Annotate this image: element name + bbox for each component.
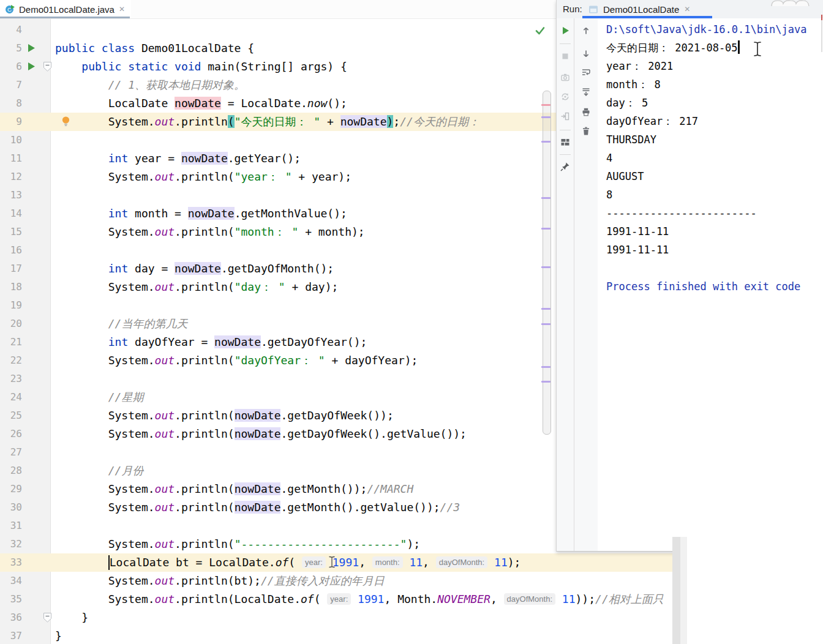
run-console-output[interactable]: D:\soft\Java\jdk-16.0.1\bin\java今天的日期： 2… (598, 18, 823, 551)
fold-marker-icon[interactable] (43, 612, 52, 625)
line-number[interactable]: 25 (0, 406, 22, 425)
clear-all-button[interactable] (581, 126, 591, 136)
line-number[interactable]: 31 (0, 517, 22, 535)
line-number[interactable]: 32 (0, 535, 22, 553)
line-number[interactable]: 35 (0, 590, 22, 608)
pin-icon (560, 162, 570, 171)
restore-layout-icon (560, 137, 570, 147)
error-stripe-mark[interactable] (541, 228, 551, 230)
clear-all-icon (581, 126, 591, 136)
error-stripe-mark[interactable] (541, 116, 551, 118)
console-line: 1991-11-11 (606, 241, 823, 259)
line-number[interactable]: 19 (0, 296, 22, 315)
code-text: System.out.println("--------------------… (55, 535, 420, 553)
toolbar-divider (560, 154, 571, 155)
line-number[interactable]: 8 (0, 94, 22, 113)
console-icon (588, 5, 598, 14)
error-stripe-mark[interactable] (541, 381, 551, 383)
console-line: ------------------------ (606, 204, 823, 222)
screenshot-icon (560, 72, 570, 82)
soft-wrap-button[interactable] (581, 67, 591, 77)
stop-icon (560, 51, 570, 61)
line-number[interactable]: 21 (0, 333, 22, 351)
down-stack-button[interactable] (581, 49, 591, 59)
error-stripe-mark[interactable] (541, 266, 551, 268)
up-stack-button[interactable] (581, 26, 591, 36)
code-text: System.out.println("day： " + day); (55, 278, 338, 296)
restart-debug-icon (560, 92, 570, 102)
code-text: System.out.println(LocalDate.of( year: 1… (55, 590, 664, 608)
line-number[interactable]: 30 (0, 498, 22, 517)
line-number[interactable]: 28 (0, 462, 22, 480)
screen-edge-artifact (821, 20, 822, 52)
line-number[interactable]: 4 (0, 21, 22, 39)
line-number[interactable]: 20 (0, 315, 22, 333)
stop-button[interactable] (560, 51, 570, 61)
error-stripe-mark[interactable] (541, 323, 551, 325)
line-number[interactable]: 6 (0, 58, 22, 76)
run-gutter-icon[interactable] (27, 43, 36, 55)
java-class-icon: C (5, 4, 15, 14)
line-number[interactable]: 34 (0, 572, 22, 590)
line-number[interactable]: 33 (0, 553, 22, 572)
print-button[interactable] (581, 107, 591, 117)
restart-debug-button[interactable] (560, 92, 570, 102)
code-text: //星期 (55, 388, 143, 406)
scroll-end-icon (581, 87, 591, 97)
line-number[interactable]: 7 (0, 76, 22, 94)
pin-button[interactable] (560, 162, 570, 171)
error-stripe-mark[interactable] (541, 366, 551, 368)
code-text: public class Demo01LocalDate { (55, 39, 254, 58)
run-tab-title: Demo01LocalDate (603, 4, 679, 15)
line-number[interactable]: 11 (0, 149, 22, 168)
error-stripe-mark[interactable] (541, 104, 551, 106)
code-text: LocalDate bt = LocalDate.of( year: 1991,… (55, 553, 520, 572)
error-stripe-mark[interactable] (541, 197, 551, 199)
code-text: } (55, 608, 88, 627)
toolbar-divider (560, 43, 571, 44)
inspections-ok-checkmark-icon[interactable] (534, 24, 546, 37)
line-number[interactable]: 14 (0, 204, 22, 223)
line-number[interactable]: 22 (0, 351, 22, 370)
code-text: System.out.println("month： " + month); (55, 223, 365, 241)
console-line: THURSDAY (606, 130, 823, 149)
code-text: //当年的第几天 (55, 315, 187, 333)
bottom-right-scrollbar[interactable] (672, 537, 687, 644)
restore-layout-button[interactable] (560, 137, 570, 147)
code-text: System.out.println("year： " + year); (55, 168, 351, 186)
rerun-button[interactable] (560, 26, 570, 36)
console-line: D:\soft\Java\jdk-16.0.1\bin\java (606, 20, 823, 39)
scroll-end-button[interactable] (581, 87, 591, 97)
code-text: //月份 (55, 462, 143, 480)
line-number[interactable]: 18 (0, 278, 22, 296)
line-number[interactable]: 17 (0, 260, 22, 278)
run-gutter-icon[interactable] (27, 62, 36, 73)
console-caret (738, 40, 740, 54)
exit-console-button[interactable] (560, 111, 570, 121)
line-number[interactable]: 9 (0, 113, 22, 131)
line-number[interactable]: 24 (0, 388, 22, 406)
line-number[interactable]: 10 (0, 131, 22, 149)
line-number[interactable]: 5 (0, 39, 22, 58)
line-number[interactable]: 23 (0, 370, 22, 388)
code-text: public static void main(String[] args) { (55, 58, 347, 76)
code-text: System.out.println(nowDate.getDayOfWeek(… (55, 425, 467, 443)
line-number[interactable]: 13 (0, 186, 22, 204)
screenshot-button[interactable] (560, 72, 570, 82)
line-number[interactable]: 15 (0, 223, 22, 241)
line-number[interactable]: 37 (0, 627, 22, 644)
fold-marker-icon[interactable] (43, 61, 52, 74)
tab-demo01localdate-java[interactable]: C Demo01LocalDate.java ✕ (0, 0, 131, 18)
editor-empty-area (687, 551, 823, 644)
console-line: Process finished with exit code (606, 277, 823, 296)
line-number[interactable]: 16 (0, 241, 22, 260)
line-number[interactable]: 36 (0, 608, 22, 627)
error-stripe-mark[interactable] (541, 141, 551, 143)
console-line: 4 (606, 149, 823, 167)
line-number[interactable]: 29 (0, 480, 22, 498)
line-number[interactable]: 27 (0, 443, 22, 462)
error-stripe-mark[interactable] (541, 308, 551, 310)
line-number[interactable]: 12 (0, 168, 22, 186)
line-number[interactable]: 26 (0, 425, 22, 443)
close-icon[interactable]: ✕ (119, 0, 125, 18)
